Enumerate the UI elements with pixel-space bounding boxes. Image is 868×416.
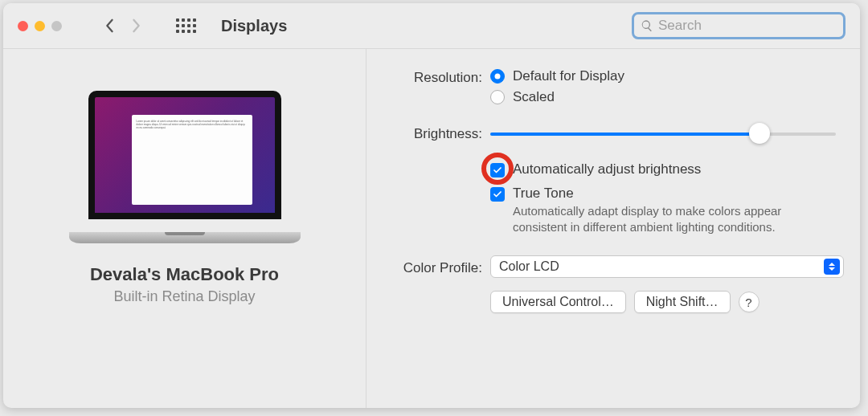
radio-unchecked-icon	[490, 90, 505, 104]
night-shift-button[interactable]: Night Shift…	[634, 291, 731, 313]
nav-buttons	[97, 14, 149, 37]
minimize-window-button[interactable]	[35, 21, 45, 31]
search-field-wrap[interactable]	[632, 12, 845, 39]
laptop-screen-icon: Lorem ipsum dolor sit amet consectetur a…	[88, 91, 281, 219]
select-caret-icon	[824, 259, 840, 275]
chevron-right-icon	[132, 18, 141, 33]
true-tone-label: True Tone	[513, 186, 826, 202]
auto-brightness-checkbox[interactable]	[490, 163, 505, 177]
display-preview-pane: Lorem ipsum dolor sit amet consectetur a…	[3, 49, 366, 408]
checkmark-icon	[493, 165, 502, 175]
search-input[interactable]	[658, 18, 837, 34]
laptop-base-icon	[69, 232, 301, 243]
titlebar: Displays	[3, 3, 860, 48]
universal-control-button[interactable]: Universal Control…	[490, 291, 626, 313]
display-name: Devala's MacBook Pro	[90, 264, 279, 285]
radio-label: Default for Display	[513, 68, 624, 84]
true-tone-checkbox[interactable]	[490, 187, 505, 202]
window-title: Displays	[221, 17, 287, 35]
preferences-window: Displays Lorem ipsum dolor sit amet cons…	[3, 3, 860, 408]
close-window-button[interactable]	[18, 21, 28, 31]
display-subtitle: Built-in Retina Display	[113, 288, 255, 305]
resolution-default-radio[interactable]: Default for Display	[490, 68, 844, 84]
resolution-scaled-radio[interactable]: Scaled	[490, 89, 844, 105]
laptop-preview: Lorem ipsum dolor sit amet consectetur a…	[69, 91, 301, 243]
back-button[interactable]	[97, 14, 121, 37]
help-button[interactable]: ?	[739, 292, 760, 312]
content: Lorem ipsum dolor sit amet consectetur a…	[3, 48, 860, 408]
show-all-button[interactable]	[174, 14, 197, 37]
radio-label: Scaled	[513, 89, 555, 105]
zoom-window-button[interactable]	[51, 21, 62, 31]
brightness-slider[interactable]	[490, 126, 836, 142]
search-icon	[641, 19, 653, 32]
select-value: Color LCD	[499, 259, 559, 274]
forward-button	[125, 14, 149, 37]
radio-checked-icon	[490, 69, 505, 84]
settings-pane: Resolution: Default for Display Scaled B…	[366, 49, 860, 408]
color-profile-label: Color Profile:	[383, 257, 490, 276]
auto-brightness-label: Automatically adjust brightness	[513, 161, 701, 177]
brightness-label: Brightness:	[383, 124, 490, 142]
color-profile-select[interactable]: Color LCD	[490, 255, 844, 278]
checkmark-icon	[493, 190, 502, 199]
laptop-doc-icon: Lorem ipsum dolor sit amet consectetur a…	[132, 115, 252, 205]
true-tone-desc: Automatically adapt display to make colo…	[513, 203, 826, 235]
resolution-label: Resolution:	[383, 68, 490, 110]
traffic-lights	[18, 21, 62, 31]
chevron-left-icon	[104, 18, 114, 33]
